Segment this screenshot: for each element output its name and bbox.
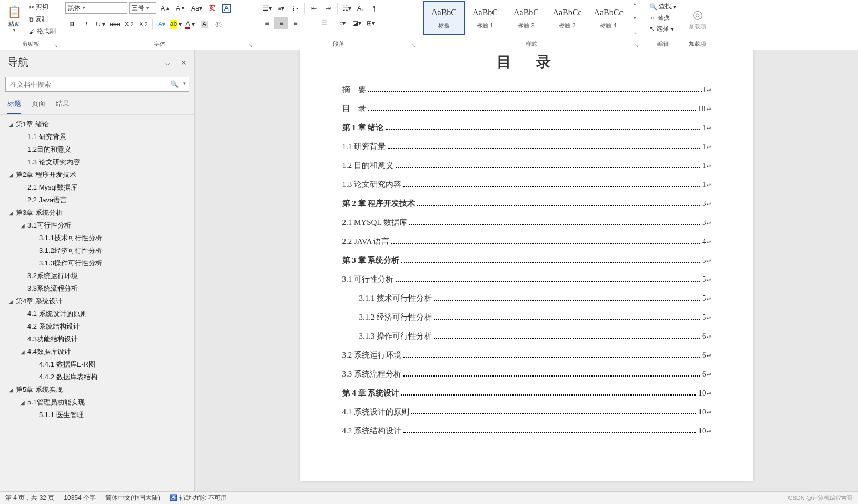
status-language[interactable]: 简体中文(中国大陆): [105, 493, 160, 502]
document-area[interactable]: 目 录 摘 要I↵目 录III↵第 1 章 绪论1↵1.1 研究背景1↵1.2 …: [195, 50, 858, 491]
style-gallery-more[interactable]: ▴▾⌄: [630, 1, 639, 35]
highlight-button[interactable]: ab▾: [169, 18, 183, 31]
dialog-launcher-icon[interactable]: ↘: [53, 43, 57, 48]
line-spacing-button[interactable]: ↕▾: [336, 17, 349, 29]
enclose-characters-button[interactable]: ㊞: [212, 18, 225, 31]
style-item[interactable]: AaBbCc标题 4: [588, 1, 629, 35]
status-words[interactable]: 10354 个字: [64, 493, 96, 502]
sort-button[interactable]: A↓: [354, 2, 368, 15]
toc-entry[interactable]: 第 3 章 系统分析5↵: [342, 255, 711, 265]
strikethrough-button[interactable]: abc: [108, 18, 122, 31]
tree-item[interactable]: 4.2 系统结构设计: [3, 320, 194, 333]
toc-entry[interactable]: 4.1 系统设计的原则10↵: [342, 407, 711, 417]
font-size-combo[interactable]: 三号▾: [129, 2, 156, 14]
tree-item[interactable]: 4.4.2 数据库表结构: [3, 371, 194, 383]
cut-button[interactable]: ✂剪切: [26, 1, 58, 13]
align-right-button[interactable]: ≡: [289, 17, 302, 29]
shrink-font-button[interactable]: A▾: [173, 2, 187, 14]
tree-item[interactable]: ◢3.1可行性分析: [3, 219, 194, 232]
tree-item[interactable]: 4.3功能结构设计: [3, 333, 194, 345]
align-left-button[interactable]: ≡: [260, 17, 274, 29]
tree-item[interactable]: 3.3系统流程分析: [3, 282, 194, 295]
toc-entry[interactable]: 2.1 MYSQL 数据库3↵: [342, 218, 711, 228]
increase-indent-button[interactable]: ⇥: [321, 2, 335, 15]
underline-button[interactable]: U▾: [94, 18, 107, 31]
italic-button[interactable]: I: [80, 18, 93, 31]
font-color-button[interactable]: A▾: [183, 18, 197, 31]
tree-item[interactable]: ◢第3章 系统分析: [3, 206, 194, 219]
toc-entry[interactable]: 2.2 JAVA 语言4↵: [342, 236, 711, 246]
tree-item[interactable]: 4.1 系统设计的原则: [3, 308, 194, 320]
toc-entry[interactable]: 3.1.3 操作可行性分析6↵: [342, 331, 711, 341]
grow-font-button[interactable]: A▴: [158, 2, 172, 14]
dialog-launcher-icon[interactable]: ↘: [248, 43, 252, 48]
distributed-button[interactable]: ☰: [317, 17, 331, 29]
character-shading-button[interactable]: A: [198, 18, 211, 31]
tree-item[interactable]: 2.2 Java语言: [3, 194, 194, 206]
tree-item[interactable]: 2.1 Mysql数据库: [3, 181, 194, 194]
tree-item[interactable]: 1.1 研究背景: [3, 131, 194, 143]
toc-entry[interactable]: 1.2 目的和意义1↵: [342, 161, 711, 171]
caret-down-icon[interactable]: ◢: [7, 387, 15, 393]
toc-entry[interactable]: 3.1.1 技术可行性分析5↵: [342, 293, 711, 303]
text-direction-button[interactable]: ☵▾: [340, 2, 353, 15]
justify-button[interactable]: ≣: [303, 17, 317, 29]
toc-entry[interactable]: 摘 要I↵: [342, 85, 711, 95]
bullets-button[interactable]: ☰▾: [260, 2, 274, 15]
dialog-launcher-icon[interactable]: ↘: [411, 43, 416, 48]
caret-down-icon[interactable]: ◢: [7, 210, 15, 216]
find-button[interactable]: 🔍查找 ▾: [646, 1, 679, 12]
subscript-button[interactable]: X2: [122, 18, 136, 31]
caret-down-icon[interactable]: ◢: [19, 223, 26, 229]
show-marks-button[interactable]: ¶: [368, 2, 382, 15]
tree-item[interactable]: ◢4.4数据库设计: [3, 345, 194, 358]
tree-item[interactable]: 3.1.1技术可行性分析: [3, 232, 194, 244]
toc-entry[interactable]: 1.3 论文研究内容1↵: [342, 180, 711, 190]
toc-entry[interactable]: 3.2 系统运行环境6↵: [342, 350, 711, 360]
chevron-down-icon[interactable]: ▾: [630, 15, 639, 21]
status-accessibility[interactable]: ♿ 辅助功能: 不可用: [170, 493, 227, 502]
caret-down-icon[interactable]: ◢: [19, 400, 26, 406]
style-item[interactable]: AaBbCc标题 3: [547, 1, 588, 35]
search-icon[interactable]: 🔍: [170, 80, 179, 88]
toc-entry[interactable]: 3.3 系统流程分析6↵: [342, 369, 711, 379]
tree-item[interactable]: 3.1.3操作可行性分析: [3, 257, 194, 270]
tab-pages[interactable]: 页面: [32, 96, 45, 114]
chevron-down-icon[interactable]: ▾: [183, 81, 186, 86]
toc-entry[interactable]: 目 录III↵: [342, 104, 711, 114]
change-case-button[interactable]: Aa▾: [189, 2, 205, 14]
toc-entry[interactable]: 第 2 章 程序开发技术3↵: [342, 199, 711, 209]
toc-entry[interactable]: 1.1 研究背景1↵: [342, 142, 711, 152]
tree-item[interactable]: 5.1.1 医生管理: [3, 409, 194, 421]
tree-item[interactable]: 4.4.1 数据库E-R图: [3, 358, 194, 371]
phonetic-guide-button[interactable]: 変: [206, 2, 218, 14]
copy-button[interactable]: ⧉复制: [26, 13, 58, 25]
search-input[interactable]: [5, 77, 189, 92]
tree-item[interactable]: 1.3 论文研究内容: [3, 156, 194, 169]
caret-down-icon[interactable]: ◢: [7, 172, 15, 178]
style-item[interactable]: AaBbC标题 1: [465, 1, 506, 35]
tree-item[interactable]: ◢第4章 系统设计: [3, 295, 194, 308]
clear-formatting-button[interactable]: A: [220, 2, 233, 14]
caret-down-icon[interactable]: ◢: [19, 349, 26, 355]
tab-headings[interactable]: 标题: [7, 96, 21, 114]
tree-item[interactable]: ◢第1章 绪论: [3, 118, 194, 131]
toc-entry[interactable]: 4.2 系统结构设计10↵: [342, 426, 711, 436]
expand-icon[interactable]: ⌄: [630, 29, 639, 35]
dialog-launcher-icon[interactable]: ↘: [634, 43, 638, 48]
addins-button[interactable]: ◎ 加载项: [686, 1, 708, 37]
superscript-button[interactable]: X2: [136, 18, 150, 31]
style-item[interactable]: AaBbC标题: [423, 1, 465, 35]
tree-item[interactable]: ◢第5章 系统实现: [3, 383, 194, 396]
chevron-down-icon[interactable]: ⌵: [165, 58, 170, 67]
paste-button[interactable]: 📋 粘贴 ▾: [3, 1, 25, 37]
caret-down-icon[interactable]: ◢: [7, 122, 15, 127]
tree-item[interactable]: 3.1.2经济可行性分析: [3, 244, 194, 257]
numbering-button[interactable]: ≡▾: [274, 2, 288, 15]
tree-item[interactable]: ◢第2章 程序开发技术: [3, 169, 194, 181]
tab-results[interactable]: 结果: [56, 96, 70, 114]
replace-button[interactable]: ↔替换: [646, 12, 679, 23]
text-effects-button[interactable]: A▾: [155, 18, 169, 31]
status-page[interactable]: 第 4 页，共 32 页: [5, 493, 54, 502]
tree-item[interactable]: 3.2系统运行环境: [3, 270, 194, 282]
